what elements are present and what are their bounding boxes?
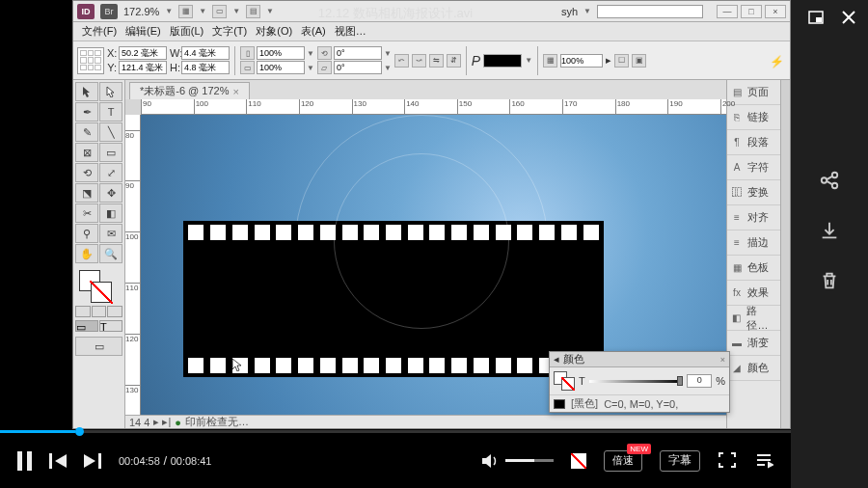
panel-swatches[interactable]: ▦色板 xyxy=(727,256,780,281)
scissors-tool[interactable]: ✂ xyxy=(75,203,98,223)
menu-object[interactable]: 对象(O) xyxy=(253,24,295,39)
direct-selection-tool[interactable] xyxy=(99,82,122,101)
minimize-button[interactable]: — xyxy=(717,5,738,18)
volume-control[interactable] xyxy=(480,452,554,470)
vertical-ruler[interactable]: 80 90 100 110 120 130 xyxy=(125,115,141,415)
rotate-ccw-icon[interactable]: ⤺ xyxy=(394,54,409,68)
zoom-tool[interactable]: 🔍 xyxy=(99,244,122,263)
menu-view[interactable]: 视图… xyxy=(332,24,369,39)
screen-mode-icon[interactable]: ▭ xyxy=(212,5,227,18)
flip-v-icon[interactable]: ⇵ xyxy=(447,54,461,68)
rotate-tool[interactable]: ⟲ xyxy=(75,163,98,182)
p-mode-icon[interactable]: P xyxy=(472,53,480,68)
next-button[interactable] xyxy=(84,453,101,469)
eyedropper-tool[interactable]: ⚲ xyxy=(75,224,98,243)
rotate-input[interactable] xyxy=(334,46,382,60)
tint-value[interactable]: 0 xyxy=(687,374,712,388)
gradient-tool[interactable]: ◧ xyxy=(99,203,122,223)
panel-stroke[interactable]: ≡描边 xyxy=(727,230,780,256)
flip-h-icon[interactable]: ⇋ xyxy=(429,54,444,68)
close-icon[interactable] xyxy=(841,10,856,25)
apply-color-icon[interactable] xyxy=(75,306,91,317)
selection-tool[interactable] xyxy=(75,82,98,101)
panel-gradient[interactable]: ▬渐变 xyxy=(727,331,780,356)
menu-layout[interactable]: 版面(L) xyxy=(167,24,206,39)
pen-tool[interactable]: ✒ xyxy=(75,102,98,122)
stroke-preview-icon[interactable] xyxy=(483,54,522,68)
app-titlebar: ID Br 172.9%▼ ▦▼ ▭▼ ▤▼ syh▼ — □ × xyxy=(73,1,790,22)
free-transform-tool[interactable]: ✥ xyxy=(99,183,122,203)
fullscreen-button[interactable] xyxy=(718,451,737,471)
pip-icon[interactable] xyxy=(808,10,824,25)
panel-character[interactable]: A字符 xyxy=(727,155,780,180)
y-input[interactable] xyxy=(119,61,167,74)
opacity-input[interactable] xyxy=(560,54,603,68)
scale-y-input[interactable] xyxy=(257,46,305,60)
panel-pathfinder[interactable]: ◧路径… xyxy=(727,306,780,331)
maximize-button[interactable]: □ xyxy=(741,5,762,18)
share-icon[interactable] xyxy=(819,170,840,191)
format-text-icon[interactable]: T xyxy=(99,320,122,332)
close-button[interactable]: × xyxy=(765,5,786,18)
speed-button[interactable]: 倍速NEW xyxy=(604,450,642,472)
format-container-icon[interactable]: ▭ xyxy=(75,320,98,332)
help-search-input[interactable] xyxy=(597,5,703,18)
arrange-icon[interactable]: ▤ xyxy=(246,5,260,18)
menu-file[interactable]: 文件(F) xyxy=(79,24,120,39)
line-tool[interactable]: ╲ xyxy=(99,122,122,142)
view-mode-tool[interactable]: ▭ xyxy=(75,337,122,356)
shear-input[interactable] xyxy=(334,61,382,74)
panel-close-icon[interactable]: × xyxy=(720,355,725,365)
subtitle-button[interactable]: 字幕 xyxy=(660,450,700,472)
shear-tool[interactable]: ⬔ xyxy=(75,183,98,203)
w-input[interactable] xyxy=(181,46,230,60)
zoom-level[interactable]: 172.9% xyxy=(123,6,159,17)
pencil-tool[interactable]: ✎ xyxy=(75,122,98,142)
rectangle-tool[interactable]: ▭ xyxy=(99,143,122,162)
menu-edit[interactable]: 编辑(E) xyxy=(122,24,164,39)
reference-point-icon[interactable] xyxy=(77,47,104,74)
wrap-icon[interactable]: ▣ xyxy=(632,54,646,68)
color-swatch-icon[interactable] xyxy=(554,371,575,391)
panel-align[interactable]: ≡对齐 xyxy=(727,205,780,230)
prev-button[interactable] xyxy=(49,453,67,469)
bridge-icon[interactable]: Br xyxy=(100,4,118,19)
rotate-icon: ⟲ xyxy=(317,46,332,60)
rectangle-frame-tool[interactable]: ⊠ xyxy=(75,143,98,162)
color-panel-float[interactable]: ◂颜色× T 0 % [黑色] C=0, M=0, Y=0, xyxy=(549,351,730,413)
progress-bar[interactable] xyxy=(0,430,791,433)
tint-slider[interactable] xyxy=(589,380,683,383)
effects-icon[interactable]: ☐ xyxy=(614,54,629,68)
apply-none-icon[interactable] xyxy=(107,306,122,317)
type-tool[interactable]: T xyxy=(99,102,122,122)
fill-stroke-swatch[interactable] xyxy=(75,268,122,303)
user-label: syh xyxy=(561,6,578,17)
h-input[interactable] xyxy=(181,61,230,74)
quick-apply-icon[interactable]: ⚡ xyxy=(770,55,784,68)
panel-color[interactable]: ◢颜色 xyxy=(727,356,780,381)
panel-toggle[interactable] xyxy=(780,80,790,428)
rotate-cw-icon[interactable]: ⤻ xyxy=(412,54,426,68)
download-icon[interactable] xyxy=(819,220,840,241)
scale-tool[interactable]: ⤢ xyxy=(99,163,122,182)
preflight-status[interactable]: 印前检查无… xyxy=(185,415,249,428)
panel-transform[interactable]: ⿲变换 xyxy=(727,180,780,205)
menu-type[interactable]: 文字(T) xyxy=(209,24,250,39)
x-input[interactable] xyxy=(119,46,167,60)
view-mode-icon[interactable]: ▦ xyxy=(178,5,193,18)
filmstrip-object[interactable] xyxy=(183,221,604,377)
menu-table[interactable]: 表(A) xyxy=(298,24,329,39)
video-player-bar: 00:04:58 / 00:08:41 倍速NEW 字幕 xyxy=(0,430,791,488)
pause-button[interactable] xyxy=(17,451,32,471)
document-tab[interactable]: *未标题-6 @ 172%× xyxy=(129,82,250,99)
panel-paragraph[interactable]: ¶段落 xyxy=(727,130,780,155)
note-tool[interactable]: ✉ xyxy=(99,224,122,243)
apply-gradient-icon[interactable] xyxy=(92,306,107,317)
scale-x-input[interactable] xyxy=(257,61,305,74)
page-nav[interactable]: 14 4 xyxy=(129,417,149,428)
delete-icon[interactable] xyxy=(819,270,840,291)
hand-tool[interactable]: ✋ xyxy=(75,244,98,263)
panel-effects[interactable]: fx效果 xyxy=(727,281,780,306)
horizontal-ruler[interactable]: 90 100 110 120 130 140 150 160 170 180 1… xyxy=(141,99,726,115)
playlist-button[interactable] xyxy=(754,451,773,471)
